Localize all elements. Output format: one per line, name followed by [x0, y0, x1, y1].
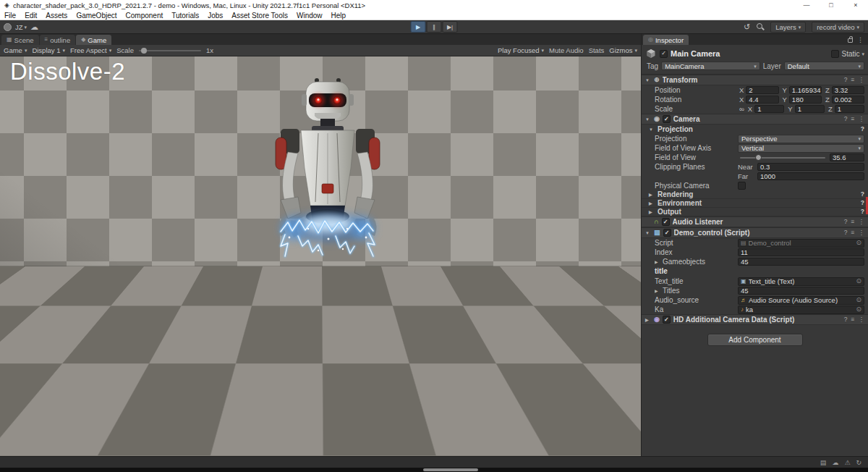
help-icon[interactable]: ?	[844, 77, 848, 83]
layout-dropdown[interactable]: record video ▾	[812, 22, 864, 33]
rotation-y-field[interactable]: 180	[789, 96, 822, 104]
menu-file[interactable]: File	[0, 11, 20, 20]
rendering-foldout[interactable]: ▶ Rendering ?	[642, 190, 868, 199]
gameobjects-foldout[interactable]: ▶ Gameobjects	[655, 258, 736, 266]
aspect-ratio-dropdown[interactable]: Free Aspect ▾	[70, 46, 111, 55]
search-icon[interactable]	[756, 22, 765, 31]
camera-enabled-checkbox[interactable]: ✓	[663, 115, 671, 123]
index-field[interactable]: 11	[738, 248, 864, 256]
audio-source-object-field[interactable]: ♬ Audio Source (Audio Source) ⊙	[738, 296, 864, 305]
more-menu-icon[interactable]: ⋮	[859, 316, 865, 323]
cloud-services-icon[interactable]: ☁	[30, 22, 38, 32]
constrain-proportions-icon[interactable]: ∞	[739, 105, 744, 113]
help-icon[interactable]: ?	[844, 316, 848, 323]
tab-outline[interactable]: ≡ outline	[40, 35, 76, 45]
audio-gizmo-icon[interactable]	[7, 417, 25, 436]
layer-dropdown[interactable]: Default ▾	[784, 62, 864, 70]
demo-control-header[interactable]: ▼ ▤ ✓ Demo_control (Script) ? ≡ ⋮	[642, 227, 868, 238]
transform-component-header[interactable]: ▼ ⊕ Transform ? ≡ ⋮	[642, 75, 868, 85]
more-menu-icon[interactable]: ⋮	[859, 219, 865, 225]
output-foldout[interactable]: ▶ Output ?	[642, 208, 868, 216]
foldout-open-icon[interactable]: ▼	[649, 127, 655, 132]
audio-listener-checkbox[interactable]: ✓	[662, 218, 670, 226]
presets-icon[interactable]: ≡	[851, 77, 855, 83]
stats-button[interactable]: Stats	[589, 46, 605, 54]
camera-component-header[interactable]: ▼ ◉ ✓ Camera ? ≡ ⋮	[642, 114, 868, 125]
object-picker-icon[interactable]: ⊙	[856, 278, 861, 285]
warning-status-icon[interactable]: ⚠	[844, 459, 850, 466]
object-picker-icon[interactable]: ⊙	[856, 306, 861, 313]
help-icon[interactable]: ?	[844, 219, 848, 225]
static-dropdown[interactable]: Static ▾	[831, 50, 864, 58]
undo-history-icon[interactable]: ↺	[744, 22, 750, 32]
mute-audio-button[interactable]: Mute Audio	[549, 46, 584, 54]
tab-inspector[interactable]: ◎ Inspector	[643, 35, 689, 45]
menu-tutorials[interactable]: Tutorials	[167, 11, 203, 20]
prev-demo-arrow[interactable]: ‹	[616, 434, 622, 452]
object-picker-icon[interactable]: ⊙	[856, 240, 861, 246]
projection-section-header[interactable]: ▼ Projection ?	[642, 125, 868, 134]
more-menu-icon[interactable]: ⋮	[859, 77, 865, 83]
tab-game[interactable]: ◆ Game	[76, 35, 111, 45]
help-icon[interactable]: ?	[861, 191, 864, 198]
far-field[interactable]: 1000	[757, 172, 864, 180]
titles-foldout[interactable]: ▶ Titles	[655, 287, 736, 295]
menu-jobs[interactable]: Jobs	[203, 11, 227, 20]
lock-icon[interactable]	[848, 38, 853, 43]
hd-camera-data-header[interactable]: ▶ ◉ ✓ HD Additional Camera Data (Script)…	[642, 314, 868, 325]
gizmos-dropdown[interactable]: Gizmos ▾	[609, 46, 637, 55]
demo-control-checkbox[interactable]: ✓	[663, 229, 671, 237]
menu-asset-store-tools[interactable]: Asset Store Tools	[227, 11, 292, 20]
audio-listener-header[interactable]: ∩ ✓ Audio Listener ? ≡ ⋮	[642, 216, 868, 227]
help-icon[interactable]: ?	[861, 126, 864, 132]
presets-icon[interactable]: ≡	[851, 316, 855, 323]
position-x-field[interactable]: 2	[746, 86, 778, 94]
presets-icon[interactable]: ≡	[851, 219, 855, 225]
foldout-open-icon[interactable]: ▼	[645, 117, 651, 122]
position-y-field[interactable]: 1.165934	[789, 86, 822, 94]
text-title-object-field[interactable]: ▣ Text_title (Text) ⊙	[738, 277, 864, 286]
foldout-closed-icon[interactable]: ▶	[645, 318, 651, 322]
fov-slider[interactable]	[740, 157, 825, 159]
titles-size-field[interactable]: 45	[738, 287, 864, 295]
static-checkbox[interactable]	[831, 50, 839, 58]
help-icon[interactable]: ?	[861, 200, 864, 206]
presets-icon[interactable]: ≡	[851, 229, 855, 236]
tag-dropdown[interactable]: MainCamera ▾	[661, 62, 760, 70]
game-target-dropdown[interactable]: Game ▾	[4, 46, 27, 55]
refresh-status-icon[interactable]: ↻	[856, 459, 861, 466]
gameobject-active-checkbox[interactable]: ✓	[660, 50, 668, 58]
help-icon[interactable]: ?	[844, 229, 848, 236]
more-menu-icon[interactable]: ⋮	[859, 229, 865, 236]
game-viewport[interactable]: Dissolve-2 ‹ ›	[0, 56, 641, 456]
account-avatar-icon[interactable]	[4, 23, 12, 31]
fov-axis-dropdown[interactable]: Vertical ▾	[738, 144, 864, 153]
play-focused-dropdown[interactable]: Play Focused ▾	[498, 46, 544, 55]
display-dropdown[interactable]: Display 1 ▾	[32, 46, 65, 55]
presets-icon[interactable]: ≡	[851, 116, 855, 122]
console-status-icon[interactable]: ▤	[820, 459, 827, 466]
fov-slider-thumb[interactable]	[755, 154, 762, 161]
hd-camera-checkbox[interactable]: ✓	[663, 316, 671, 324]
scale-slider[interactable]	[139, 50, 201, 51]
physical-camera-checkbox[interactable]	[738, 182, 746, 190]
environment-foldout[interactable]: ▶ Environment ?	[642, 199, 868, 208]
effect-gizmo-icon[interactable]	[4, 440, 27, 456]
menu-gameobject[interactable]: GameObject	[72, 11, 121, 20]
cloud-status-icon[interactable]: ☁	[832, 459, 838, 466]
pause-button[interactable]: ∥	[427, 21, 442, 33]
account-dropdown[interactable]: JZ ▾	[15, 23, 27, 31]
foldout-open-icon[interactable]: ▼	[645, 231, 651, 235]
add-component-button[interactable]: Add Component	[707, 334, 803, 346]
fov-value-field[interactable]: 35.6	[830, 153, 864, 161]
layers-dropdown[interactable]: Layers ▾	[770, 22, 806, 33]
rotation-x-field[interactable]: 4.4	[746, 96, 778, 104]
menu-window[interactable]: Window	[292, 11, 327, 20]
menu-assets[interactable]: Assets	[41, 11, 72, 20]
play-button[interactable]: ▶	[411, 21, 426, 33]
gameobjects-size-field[interactable]: 45	[738, 258, 864, 266]
step-button[interactable]: ▶|	[443, 21, 458, 33]
help-icon[interactable]: ?	[844, 116, 848, 122]
tab-scene[interactable]: ▦ Scene	[1, 35, 39, 45]
menu-edit[interactable]: Edit	[20, 11, 41, 20]
